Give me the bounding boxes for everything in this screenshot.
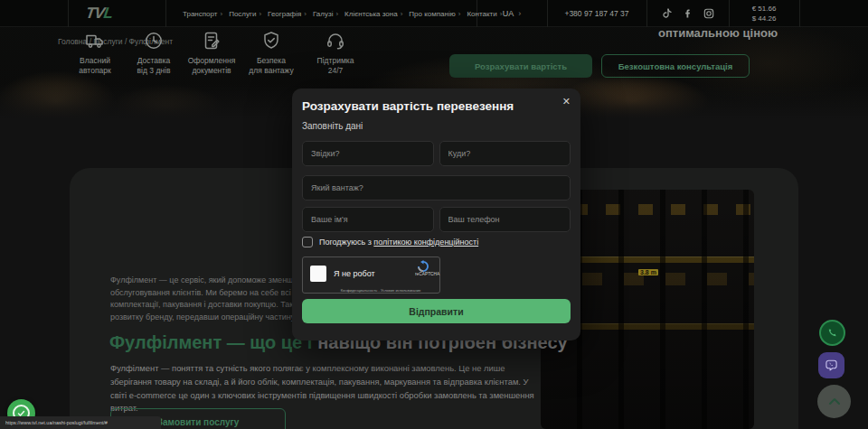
- feature-support-24-7: Підтримка 24/7: [304, 30, 367, 75]
- form-row-contact: [302, 207, 571, 232]
- form-row-cargo: [302, 175, 571, 201]
- chevron-icon: ›: [304, 10, 307, 18]
- recaptcha-checkbox[interactable]: [310, 266, 326, 282]
- nav-item-about[interactable]: Про компанію›: [409, 10, 460, 18]
- form-row-route: [302, 141, 571, 166]
- chevron-icon: ›: [335, 10, 338, 18]
- tiktok-icon[interactable]: [662, 8, 673, 19]
- chevron-icon: ›: [458, 10, 461, 18]
- social-links: [646, 0, 729, 27]
- modal-subtitle: Заповніть дані: [302, 121, 363, 131]
- nav-item-services[interactable]: Послуги›: [229, 10, 261, 18]
- nav-item-transport[interactable]: Транспорт›: [183, 10, 222, 18]
- height-sign-label: 3.8 m: [638, 269, 658, 275]
- facebook-icon[interactable]: [683, 8, 693, 19]
- divider: [68, 0, 69, 27]
- viber-button[interactable]: [818, 352, 844, 378]
- privacy-policy-link[interactable]: політикою конфіденційності: [373, 238, 478, 247]
- calculate-cost-button[interactable]: Розрахувати вартість: [449, 54, 592, 78]
- instagram-icon[interactable]: [703, 8, 714, 19]
- cargo-input[interactable]: [302, 175, 571, 201]
- feature-cargo-safety: Безпека для вантажу: [241, 30, 302, 75]
- feature-own-fleet: Власний автопарк: [67, 30, 123, 75]
- shield-check-icon: [260, 30, 282, 51]
- chevron-up-icon: [828, 397, 841, 406]
- article-intro-paragraph: Фулфілмент — це сервіс, який допоможе зм…: [110, 275, 297, 323]
- whatsapp-button[interactable]: [819, 320, 845, 346]
- hero-heading-line: оптимальною ціною: [658, 26, 778, 40]
- language-selector[interactable]: UA›: [476, 0, 547, 27]
- feature-delivery-3-days: Доставка від 3 днів: [125, 30, 183, 75]
- nav-item-industries[interactable]: Галузі›: [313, 10, 338, 18]
- recaptcha-widget: Я не робот reCAPTCHA Конфиденциальность …: [302, 256, 440, 294]
- page: TVL Транспорт› Послуги› Географія› Галуз…: [0, 0, 868, 429]
- nav-item-geography[interactable]: Географія›: [268, 10, 307, 18]
- submit-button[interactable]: Відправити: [302, 299, 571, 323]
- top-bar: TVL Транспорт› Послуги› Географія› Галуз…: [0, 0, 868, 27]
- calculate-cost-modal: ✕ Розрахувати вартість перевезення Запов…: [292, 89, 580, 340]
- chevron-icon: ›: [259, 10, 261, 18]
- viber-icon: [825, 359, 838, 372]
- divider: [165, 0, 166, 27]
- features-row: Власний автопарк Доставка від 3 днів Офо…: [67, 30, 367, 75]
- rate-eur: € 51.66: [752, 4, 777, 14]
- clock-icon: [143, 30, 165, 51]
- recaptcha-terms[interactable]: Конфиденциальность - Условия использован…: [341, 289, 417, 294]
- consent-row: Погоджуюсь з політикою конфіденційності: [302, 237, 478, 247]
- consent-text: Погоджуюсь з: [319, 238, 372, 247]
- scroll-to-top-button[interactable]: [817, 385, 851, 418]
- tvl-logo[interactable]: TVL: [85, 5, 114, 23]
- truck-icon: [84, 30, 106, 51]
- phone-input[interactable]: [439, 207, 571, 232]
- close-icon[interactable]: ✕: [562, 96, 571, 107]
- rate-usd: $ 44.26: [752, 14, 777, 24]
- divider: [799, 0, 800, 27]
- main-nav: Транспорт› Послуги› Географія› Галузі› К…: [183, 0, 502, 27]
- recaptcha-logo-icon: [417, 260, 429, 273]
- chevron-icon: ›: [401, 10, 403, 18]
- logo-text-accent: L: [102, 5, 113, 22]
- recaptcha-label: Я не робот: [334, 269, 375, 278]
- nav-item-client-zone[interactable]: Клієнтська зона›: [344, 10, 402, 18]
- chevron-icon: ›: [220, 10, 222, 18]
- header-phone-link[interactable]: +380 97 187 47 37: [547, 0, 646, 27]
- consent-checkbox[interactable]: [302, 237, 313, 247]
- whatsapp-icon: [826, 327, 838, 339]
- to-input[interactable]: [439, 141, 571, 166]
- free-consultation-button[interactable]: Безкоштовна консультація: [601, 54, 750, 78]
- from-input[interactable]: [302, 141, 434, 166]
- modal-title: Розрахувати вартість перевезення: [302, 99, 514, 113]
- exchange-rates: € 51.66 $ 44.26: [729, 0, 799, 27]
- chevron-icon: ›: [518, 9, 521, 18]
- headset-icon: [325, 30, 346, 51]
- feature-documents: Оформлення документів: [184, 30, 239, 75]
- document-edit-icon: [201, 30, 222, 51]
- recaptcha-logo: reCAPTCHA: [410, 260, 437, 280]
- heading-accent: Фулфілмент — що це і: [109, 332, 312, 352]
- status-bar-url: https://www.tvl.net.ua/nashi-poslugi/ful…: [0, 416, 161, 429]
- name-input[interactable]: [302, 207, 434, 232]
